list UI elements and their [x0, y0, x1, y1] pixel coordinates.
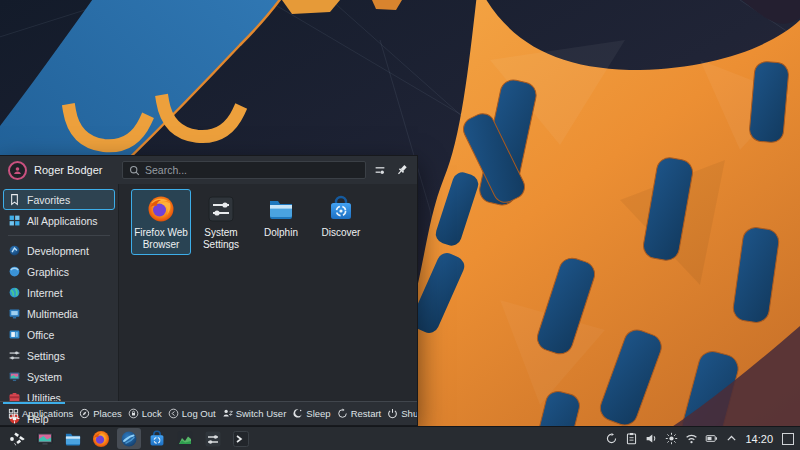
search-icon [129, 165, 140, 176]
sidebar-separator [8, 235, 110, 236]
switch-user-icon [222, 408, 233, 419]
graphics-icon [8, 265, 21, 278]
menu-footer-bar: Applications Places Lock [0, 401, 417, 425]
clock[interactable]: 14:20 [745, 433, 773, 445]
active-tab-indicator [3, 402, 65, 404]
office-icon [8, 328, 21, 341]
task-konsole[interactable] [229, 428, 253, 449]
sidebar-item-system[interactable]: System [3, 366, 115, 387]
favorites-grid: Firefox Web Browser System Settings Dolp… [118, 184, 417, 401]
system-settings-icon [207, 195, 235, 223]
search-placeholder: Search... [145, 164, 187, 176]
compass-icon [79, 408, 90, 419]
konsole-terminal-icon [232, 430, 250, 448]
restart-icon [337, 408, 348, 419]
sidebar-item-settings[interactable]: Settings [3, 345, 115, 366]
taskbar-panel: 14:20 [0, 426, 800, 450]
task-discover[interactable] [145, 428, 169, 449]
task-system-monitor[interactable] [173, 428, 197, 449]
favorite-label: Firefox Web Browser [133, 227, 189, 250]
avatar[interactable] [8, 161, 27, 180]
sidebar-item-office[interactable]: Office [3, 324, 115, 345]
sidebar-item-label: All Applications [27, 215, 98, 227]
tab-label: Applications [22, 408, 73, 419]
system-monitor-icon [8, 370, 21, 383]
sidebar-item-label: Development [27, 245, 89, 257]
logout-icon [168, 408, 179, 419]
show-desktop-button[interactable] [782, 433, 794, 445]
shutdown-power-icon [387, 408, 398, 419]
logout-button[interactable]: Log Out [165, 408, 219, 419]
wifi-icon[interactable] [685, 432, 698, 445]
tab-applications[interactable]: Applications [5, 408, 76, 419]
lock-button[interactable]: Lock [125, 408, 165, 419]
multimedia-icon [8, 307, 21, 320]
action-label: Lock [142, 408, 162, 419]
action-label: Switch User [236, 408, 287, 419]
user-name: Roger Bodger [34, 164, 122, 176]
sidebar-item-graphics[interactable]: Graphics [3, 261, 115, 282]
sidebar-item-label: Graphics [27, 266, 69, 278]
task-system-settings[interactable] [201, 428, 225, 449]
task-dolphin[interactable] [61, 428, 85, 449]
sidebar-item-label: Multimedia [27, 308, 78, 320]
clipboard-icon[interactable] [625, 432, 638, 445]
task-display-app[interactable] [33, 428, 57, 449]
sidebar-item-label: Settings [27, 350, 65, 362]
favorite-firefox[interactable]: Firefox Web Browser [131, 189, 191, 255]
battery-icon[interactable] [705, 432, 718, 445]
action-label: Restart [351, 408, 382, 419]
favorite-dolphin[interactable]: Dolphin [251, 189, 311, 244]
display-app-icon [36, 430, 54, 448]
power-actions-group: Sleep Restart Shut Down [289, 408, 417, 419]
volume-icon[interactable] [645, 432, 658, 445]
leave-actions-group: Lock Log Out Switch User [125, 408, 290, 419]
development-icon [8, 244, 21, 257]
firefox-icon [92, 430, 110, 448]
application-launcher-menu: Roger Bodger Search... [0, 155, 418, 426]
sidebar-item-internet[interactable]: Internet [3, 282, 115, 303]
menu-body: Favorites All Applications Development [0, 184, 417, 401]
favorite-discover[interactable]: Discover [311, 189, 371, 244]
menu-header: Roger Bodger Search... [0, 156, 417, 184]
favorite-system-settings[interactable]: System Settings [191, 189, 251, 255]
system-settings-icon [204, 430, 222, 448]
sidebar-item-label: System [27, 371, 62, 383]
user-icon [13, 166, 22, 175]
favorite-label: Dolphin [264, 227, 298, 239]
search-input[interactable]: Search... [122, 161, 366, 179]
globe-browser-icon [120, 430, 138, 448]
keep-open-pin-icon[interactable] [393, 162, 410, 179]
system-tray: 14:20 [605, 432, 795, 445]
task-firefox[interactable] [89, 428, 113, 449]
application-launcher-button[interactable] [5, 428, 29, 449]
plasma-launcher-icon [8, 430, 26, 448]
brightness-icon[interactable] [665, 432, 678, 445]
lock-icon [128, 408, 139, 419]
category-sidebar: Favorites All Applications Development [0, 184, 118, 401]
shutdown-button[interactable]: Shut Down [384, 408, 417, 419]
firefox-icon [147, 195, 175, 223]
sidebar-item-multimedia[interactable]: Multimedia [3, 303, 115, 324]
sleep-button[interactable]: Sleep [289, 408, 333, 419]
switch-user-button[interactable]: Switch User [219, 408, 290, 419]
sidebar-item-favorites[interactable]: Favorites [3, 189, 115, 210]
tab-places[interactable]: Places [76, 408, 125, 419]
configure-icon[interactable] [371, 162, 388, 179]
sidebar-item-label: Office [27, 329, 54, 341]
tab-label: Places [93, 408, 122, 419]
tab-group: Applications Places [5, 408, 125, 419]
chevron-up-icon[interactable] [725, 432, 738, 445]
restart-button[interactable]: Restart [334, 408, 385, 419]
dolphin-folder-icon [64, 430, 82, 448]
updates-icon[interactable] [605, 432, 618, 445]
bookmark-icon [8, 193, 21, 206]
discover-bag-icon [327, 195, 355, 223]
favorite-label: Discover [322, 227, 361, 239]
sidebar-item-label: Internet [27, 287, 63, 299]
dolphin-folder-icon [267, 195, 295, 223]
action-label: Sleep [306, 408, 330, 419]
sidebar-item-development[interactable]: Development [3, 240, 115, 261]
task-browser-active[interactable] [117, 428, 141, 449]
sidebar-item-all-applications[interactable]: All Applications [3, 210, 115, 231]
